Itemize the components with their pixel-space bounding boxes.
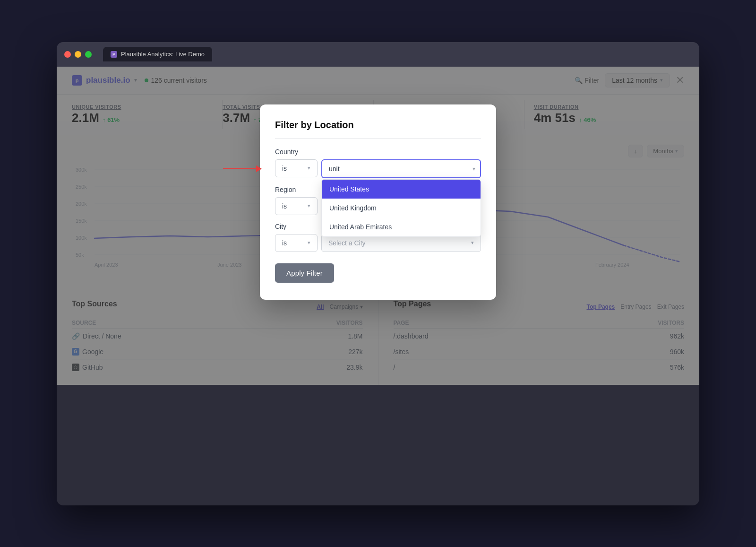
expand-traffic-light[interactable] [85, 51, 92, 58]
country-input-wrapper: ▾ United States United Kingdom United Ar… [321, 159, 481, 178]
mac-window: P Plausible Analytics: Live Demo p plaus… [57, 42, 699, 505]
minimize-traffic-light[interactable] [75, 51, 81, 58]
city-operator-chevron-icon: ▾ [308, 240, 310, 246]
browser-tab[interactable]: P Plausible Analytics: Live Demo [103, 47, 212, 61]
country-operator-select[interactable]: is ▾ [275, 159, 318, 177]
arrow-annotation [223, 165, 262, 172]
title-bar: P Plausible Analytics: Live Demo [57, 42, 699, 67]
country-label: Country [275, 148, 481, 156]
country-form-row: is ▾ ▾ United States United Kingdom Unit… [275, 159, 481, 178]
country-search-input[interactable] [321, 159, 481, 178]
region-operator-chevron-icon: ▾ [308, 203, 310, 209]
dropdown-item-uae[interactable]: United Arab Emirates [322, 217, 481, 236]
country-operator-value: is [282, 165, 287, 172]
tab-favicon: P [111, 51, 117, 58]
modal-overlay: Filter by Location Country is ▾ [57, 67, 699, 385]
country-dropdown: United States United Kingdom United Arab… [321, 179, 481, 237]
arrow-head [256, 165, 262, 172]
city-operator-value: is [282, 239, 287, 247]
dropdown-item-uk[interactable]: United Kingdom [322, 199, 481, 217]
country-section: Country is ▾ ▾ [275, 148, 481, 178]
app-background: p plausible.io ▾ 126 current visitors 🔍 … [57, 67, 699, 385]
close-traffic-light[interactable] [64, 51, 71, 58]
country-operator-chevron-icon: ▾ [308, 165, 310, 171]
apply-filter-button[interactable]: Apply Filter [275, 263, 334, 283]
browser-tab-bar: P Plausible Analytics: Live Demo [103, 47, 212, 61]
dropdown-item-us[interactable]: United States [322, 180, 481, 199]
region-operator-select[interactable]: is ▾ [275, 197, 318, 215]
modal-title: Filter by Location [275, 120, 481, 139]
region-operator-value: is [282, 202, 287, 210]
filter-modal: Filter by Location Country is ▾ [260, 104, 496, 300]
tab-title: Plausible Analytics: Live Demo [121, 51, 205, 58]
city-operator-select[interactable]: is ▾ [275, 234, 318, 252]
city-placeholder: Select a City [328, 239, 366, 247]
city-chevron-icon: ▾ [471, 240, 474, 246]
traffic-lights [64, 51, 92, 58]
arrow-line [223, 168, 256, 169]
country-input-caret-icon: ▾ [472, 165, 475, 172]
